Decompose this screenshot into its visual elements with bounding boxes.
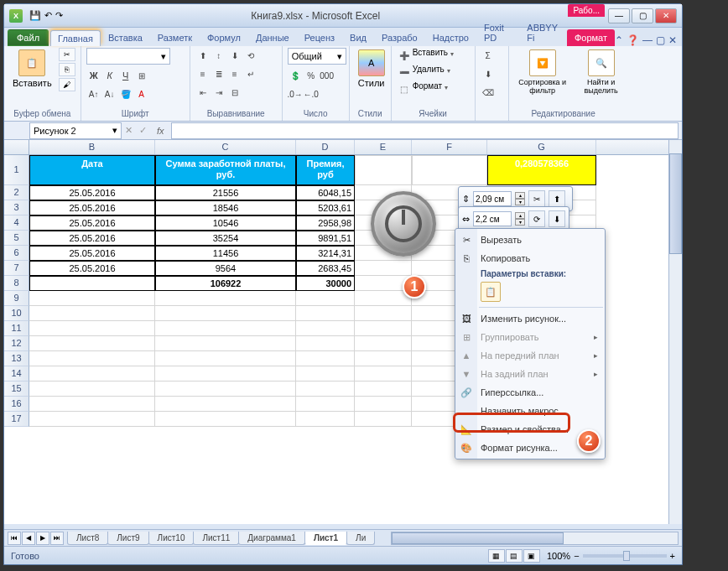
col-header-f[interactable]: F — [412, 140, 487, 154]
fill-button[interactable]: ⬇ — [481, 66, 496, 81]
styles-button[interactable]: A Стили — [355, 48, 388, 90]
cell-bonus[interactable]: 9891,51 — [296, 231, 355, 246]
border-button[interactable]: ⊞ — [134, 68, 149, 83]
cell[interactable] — [296, 412, 355, 427]
close-button[interactable]: ✕ — [655, 8, 677, 23]
tab-insert[interactable]: Вставка — [101, 29, 150, 46]
header-salary[interactable]: Сумма заработной платы, руб. — [155, 155, 296, 185]
cell[interactable] — [29, 366, 155, 382]
row-header[interactable]: 2 — [4, 185, 29, 200]
bring-forward-button[interactable]: ⬆ — [549, 190, 565, 207]
cell[interactable] — [155, 412, 296, 427]
tab-foxit[interactable]: Foxit PD — [476, 19, 519, 46]
currency-button[interactable]: 💲 — [288, 68, 303, 83]
grow-font-button[interactable]: A↑ — [86, 86, 101, 101]
wrap-text-button[interactable]: ↵ — [243, 66, 258, 81]
clear-button[interactable]: ⌫ — [481, 85, 496, 100]
zoom-in-button[interactable]: + — [670, 551, 675, 561]
cell-salary[interactable]: 9564 — [155, 261, 296, 276]
view-layout-button[interactable]: ▤ — [506, 549, 523, 563]
cell-date[interactable]: 25.05.2016 — [29, 215, 155, 231]
vertical-scrollbar[interactable] — [668, 140, 682, 524]
italic-button[interactable]: К — [102, 68, 117, 83]
row-header[interactable]: 16 — [4, 397, 29, 412]
send-backward-button[interactable]: ⬇ — [549, 210, 565, 227]
height-down[interactable]: ▾ — [515, 199, 525, 205]
tab-nav-first[interactable]: ⏮ — [8, 532, 21, 545]
row-header[interactable]: 6 — [4, 246, 29, 261]
cell-bonus[interactable]: 6048,15 — [296, 185, 355, 200]
ctx-change-picture[interactable]: 🖼Изменить рисунок... — [455, 309, 605, 328]
cell[interactable] — [296, 397, 355, 412]
paste-option-button[interactable]: 📋 — [481, 282, 501, 302]
cell[interactable] — [155, 351, 296, 366]
cell[interactable] — [355, 321, 412, 336]
sheet-tab-1[interactable]: Лист1 — [304, 532, 347, 545]
align-middle-button[interactable]: ↕ — [211, 48, 226, 63]
cell[interactable] — [155, 336, 296, 351]
cell-g1[interactable]: 0,280578366 — [487, 155, 596, 185]
cell[interactable] — [296, 306, 355, 321]
cell[interactable] — [355, 291, 412, 306]
paste-button[interactable]: 📋 Вставить — [9, 48, 55, 90]
enter-formula-icon[interactable]: ✓ — [136, 125, 150, 136]
col-header-b[interactable]: B — [29, 140, 155, 154]
col-header-e[interactable]: E — [355, 140, 412, 154]
height-up[interactable]: ▴ — [515, 192, 525, 199]
col-header-d[interactable]: D — [296, 140, 355, 154]
tab-home[interactable]: Главная — [50, 30, 101, 46]
row-header-8[interactable]: 8 — [4, 276, 29, 291]
maximize-button[interactable]: ▢ — [632, 8, 653, 23]
ribbon-help-icon[interactable]: ❓ — [627, 34, 639, 46]
qat-save-icon[interactable]: 💾 — [29, 10, 41, 21]
decrease-decimal-button[interactable]: ←.0 — [304, 86, 319, 101]
ctx-assign-macro[interactable]: Назначить макрос... — [455, 402, 605, 420]
height-input[interactable] — [473, 191, 512, 206]
cell[interactable] — [355, 351, 412, 366]
fill-color-button[interactable]: 🪣 — [118, 86, 133, 101]
increase-indent-button[interactable]: ⇥ — [211, 85, 226, 100]
tab-abbyy[interactable]: ABBYY Fi — [519, 19, 567, 46]
ctx-cut[interactable]: ✂Вырезать — [455, 231, 605, 249]
copy-icon[interactable]: ⎘ — [59, 63, 75, 76]
cell[interactable] — [29, 321, 155, 336]
cell-date[interactable]: 25.05.2016 — [29, 231, 155, 246]
tab-format[interactable]: Формат — [567, 29, 615, 46]
number-format-combo[interactable]: Общий▾ — [288, 48, 346, 65]
zoom-thumb[interactable] — [623, 551, 630, 561]
row-header-1[interactable]: 1 — [4, 155, 29, 185]
name-box[interactable]: Рисунок 2▾ — [29, 122, 122, 139]
decrease-indent-button[interactable]: ⇤ — [195, 85, 211, 100]
cell[interactable] — [296, 336, 355, 351]
ribbon-minimize-icon[interactable]: ⌃ — [615, 34, 623, 46]
doc-restore-icon[interactable]: ▢ — [656, 34, 665, 46]
find-select-button[interactable]: 🔍 Найти и выделить — [575, 48, 628, 96]
tab-nav-next[interactable]: ▶ — [36, 532, 49, 545]
minimize-button[interactable]: — — [608, 8, 630, 23]
zoom-slider[interactable] — [583, 554, 667, 558]
sheet-tab-10[interactable]: Лист10 — [148, 532, 195, 545]
autosum-button[interactable]: Σ — [481, 48, 496, 63]
sheet-tab-11[interactable]: Лист11 — [193, 532, 239, 545]
align-left-button[interactable]: ≡ — [195, 66, 211, 81]
cell[interactable] — [29, 351, 155, 366]
row-header[interactable]: 14 — [4, 366, 29, 382]
row-header[interactable]: 5 — [4, 231, 29, 246]
sheet-tab-partial[interactable]: Ли — [346, 532, 375, 545]
qat-undo-icon[interactable]: ↶ — [44, 10, 52, 21]
cell[interactable] — [29, 397, 155, 412]
cell-bonus[interactable]: 5203,61 — [296, 200, 355, 215]
cell[interactable] — [355, 336, 412, 351]
cell[interactable] — [296, 351, 355, 366]
row-header[interactable]: 11 — [4, 321, 29, 336]
qat-redo-icon[interactable]: ↷ — [55, 10, 63, 21]
fx-icon[interactable]: fx — [150, 126, 171, 136]
cell-date[interactable]: 25.05.2016 — [29, 246, 155, 261]
ctx-copy[interactable]: ⎘Копировать — [455, 249, 605, 267]
total-bonus[interactable]: 30000 — [296, 276, 355, 291]
crop-button[interactable]: ✂ — [528, 190, 545, 207]
cell[interactable] — [296, 382, 355, 397]
cell[interactable] — [355, 306, 412, 321]
cell-salary[interactable]: 10546 — [155, 215, 296, 231]
cell[interactable] — [355, 412, 412, 427]
